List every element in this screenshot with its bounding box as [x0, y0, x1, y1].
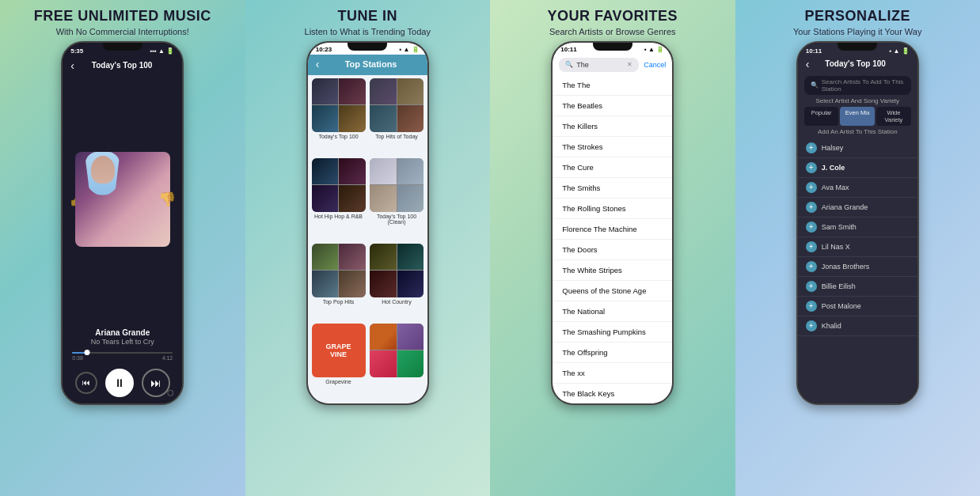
phone-3: 10:11 ▪ ▲ 🔋 🔍 The ✕ Cancel The The The B… [551, 41, 674, 405]
station-label-2: Hot Hip Hop & R&B [314, 214, 363, 219]
result-12[interactable]: The Smashing Pumpkins [553, 322, 672, 343]
search-cancel-btn[interactable]: Cancel [644, 61, 666, 69]
figure-head [91, 156, 115, 184]
album-art-container: 👍 👎 [63, 75, 182, 324]
pause-btn[interactable]: ⏸ [105, 369, 134, 397]
station-item-2[interactable]: Hot Hip Hop & R&B [311, 158, 367, 240]
panel-2-title: TUNE IN [338, 8, 398, 25]
station-img-7 [370, 324, 424, 377]
back-arrow-1[interactable]: ‹ [70, 59, 74, 72]
panel-free-music: FREE UNLIMITED MUSIC With No Commercial … [0, 0, 245, 496]
station-img-3 [370, 158, 424, 212]
panel-personalize: PERSONALIZE Your Stations Playing it You… [735, 0, 981, 496]
result-10[interactable]: Queens of the Stone Age [553, 281, 672, 301]
station-item-1[interactable]: Top Hits of Today [369, 78, 424, 155]
panel-1-title: FREE UNLIMITED MUSIC [34, 8, 211, 25]
artist-name-p-0: Halsey [822, 144, 844, 152]
add-icon-1[interactable]: + [806, 162, 817, 173]
notch-4 [838, 43, 877, 51]
add-icon-5[interactable]: + [806, 241, 817, 252]
artist-item-3[interactable]: + Ariana Grande [798, 198, 917, 218]
add-icon-2[interactable]: + [806, 182, 817, 193]
artist-item-2[interactable]: + Ava Max [798, 178, 917, 198]
pers-back-btn[interactable]: ‹ [806, 58, 810, 70]
pers-search-box[interactable]: 🔍 Search Artists To Add To This Station [804, 76, 911, 95]
variety-widevariety[interactable]: Wide Variety [876, 107, 911, 126]
artist-item-4[interactable]: + Sam Smith [798, 218, 917, 237]
stations-grid: Today's Top 100 Top Hits of Today [308, 75, 427, 403]
station-item-4[interactable]: Top Pop Hits [311, 244, 367, 320]
add-icon-7[interactable]: + [806, 281, 817, 292]
result-1[interactable]: The Beatles [553, 96, 672, 116]
panel-favorites: YOUR FAVORITES Search Artists or Browse … [490, 0, 735, 496]
progress-bar[interactable] [72, 352, 173, 354]
result-8[interactable]: The Doors [553, 240, 672, 260]
artist-name-p-3: Ariana Grande [822, 203, 868, 211]
progress-dot [85, 350, 90, 355]
variety-evenmix[interactable]: Even Mix [840, 107, 875, 126]
stations-back[interactable]: ‹ [316, 58, 320, 70]
station-label-6: Grapevine [325, 379, 351, 384]
artist-name-p-6: Jonas Brothers [822, 263, 870, 271]
result-5[interactable]: The Smiths [553, 178, 672, 199]
artist-item-8[interactable]: + Post Malone [798, 297, 917, 316]
station-img-5 [370, 244, 424, 297]
screen-3: 10:11 ▪ ▲ 🔋 🔍 The ✕ Cancel The The The B… [553, 43, 672, 403]
artist-item-0[interactable]: + Halsey [798, 138, 917, 158]
artist-item-1[interactable]: + J. Cole [798, 158, 917, 178]
screen-4: 10:11 ▪ ▲ 🔋 ‹ Today's Top 100 🔍 Search A… [798, 43, 917, 403]
result-2[interactable]: The Killers [553, 116, 672, 137]
phone-4: 10:11 ▪ ▲ 🔋 ‹ Today's Top 100 🔍 Search A… [796, 41, 919, 405]
station-item-0[interactable]: Today's Top 100 [311, 78, 367, 155]
artist-item-7[interactable]: + Billie Eilish [798, 277, 917, 297]
skip-forward-btn[interactable]: ⏭ [142, 369, 170, 397]
player-controls: ⏮ ⏸ ⏭ ⬡ [63, 364, 182, 403]
station-item-7[interactable] [369, 324, 424, 400]
artist-item-9[interactable]: + Khalid [798, 316, 917, 336]
search-box[interactable]: 🔍 The ✕ [559, 58, 639, 72]
add-icon-0[interactable]: + [806, 142, 817, 153]
result-6[interactable]: The Rolling Stones [553, 199, 672, 219]
pers-screen-title: Today's Top 100 [812, 59, 898, 68]
artist-item-5[interactable]: + Lil Nas X [798, 237, 917, 257]
result-15[interactable]: The Black Keys [553, 384, 672, 403]
add-icon-6[interactable]: + [806, 261, 817, 272]
result-14[interactable]: The xx [553, 363, 672, 384]
variety-popular[interactable]: Popular [804, 107, 839, 126]
station-item-5[interactable]: Hot Country [369, 244, 424, 320]
artist-item-6[interactable]: + Jonas Brothers [798, 257, 917, 277]
station-item-6[interactable]: GRAPEVINE Grapevine [311, 324, 367, 400]
add-icon-3[interactable]: + [806, 202, 817, 213]
stations-screen-title: Top Stations [322, 59, 419, 69]
artist-name-p-7: Billie Eilish [822, 282, 856, 290]
player-info: Ariana Grande No Tears Left to Cry [63, 324, 182, 347]
time-labels: 0:38 4:12 [72, 355, 173, 361]
skip-back-btn[interactable]: ⏮ [75, 372, 97, 394]
station-item-3[interactable]: Today's Top 100 (Clean) [369, 158, 424, 240]
result-11[interactable]: The National [553, 301, 672, 322]
station-img-2 [312, 158, 366, 212]
stations-header: ‹ Top Stations [308, 55, 427, 75]
artist-name-p-8: Post Malone [822, 302, 861, 310]
airplay-icon[interactable]: ⬡ [167, 388, 174, 397]
add-icon-8[interactable]: + [806, 301, 817, 312]
result-4[interactable]: The Cure [553, 157, 672, 178]
search-clear-icon[interactable]: ✕ [627, 61, 632, 68]
result-0[interactable]: The The [553, 75, 672, 96]
player-nav-right[interactable]: 👎 [158, 191, 176, 208]
result-7[interactable]: Florence The Machine [553, 219, 672, 240]
add-icon-4[interactable]: + [806, 221, 817, 233]
add-icon-9[interactable]: + [806, 320, 817, 331]
search-icon: 🔍 [565, 61, 573, 68]
time-current: 0:38 [72, 355, 83, 361]
result-13[interactable]: The Offspring [553, 343, 672, 363]
panel-tune-in: TUNE IN Listen to What is Trending Today… [245, 0, 491, 496]
result-3[interactable]: The Strokes [553, 137, 672, 157]
screen-1: 5:35 ▪▪▪ ▲ 🔋 ‹ Today's Top 100 👍 👎 Arian… [63, 43, 182, 403]
panel-4-title: PERSONALIZE [804, 8, 910, 25]
result-9[interactable]: The White Stripes [553, 260, 672, 281]
progress-area[interactable]: 0:38 4:12 [63, 347, 182, 364]
status-time-3: 10:11 [560, 46, 576, 53]
station-img-0 [312, 78, 366, 132]
station-label-3: Today's Top 100 (Clean) [369, 214, 424, 225]
